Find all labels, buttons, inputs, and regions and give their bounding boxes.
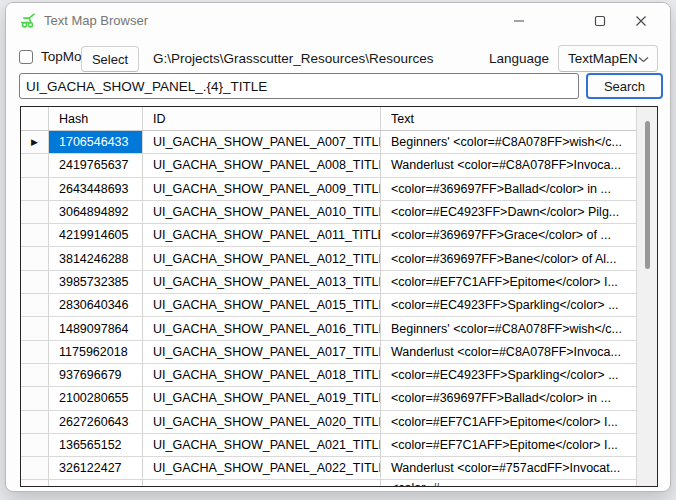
id-cell[interactable]: UI_GACHA_SHOW_PANEL_A019_TITLE [143,387,381,409]
text-cell[interactable]: Wanderlust <color=#C8A078FF>Invoca... [381,341,636,363]
minimize-button[interactable] [503,6,535,35]
header-row-selector[interactable] [21,107,49,130]
hash-cell[interactable]: 937696679 [49,364,143,386]
text-cell[interactable]: Beginners' <color=#C8A078FF>wish</c... [381,317,636,339]
id-cell[interactable]: UI_GACHA_SHOW_PANEL_A020_TITLE [143,411,381,433]
table-row[interactable]: 136565152 UI_GACHA_SHOW_PANEL_A021_TITLE… [21,434,636,457]
header-id[interactable]: ID [143,107,381,130]
row-selector-cell[interactable] [21,341,49,363]
text-cell[interactable]: <color=#369697FF>Bane</color> of Al... [381,247,636,269]
id-cell[interactable]: UI_GACHA_SHOW_PANEL_A012_TITLE [143,247,381,269]
id-cell[interactable]: UI_GACHA_SHOW_PANEL_A021_TITLE [143,434,381,456]
close-button[interactable] [625,6,657,35]
table-row[interactable]: 2419765637 UI_GACHA_SHOW_PANEL_A008_TITL… [21,154,636,177]
row-selector-cell[interactable] [21,201,49,223]
hash-cell[interactable]: 326122427 [49,457,143,479]
row-selector-cell[interactable] [21,364,49,386]
checkbox-box[interactable] [19,50,33,64]
id-cell[interactable]: UI_GACHA_SHOW_PANEL_A009_TITLE [143,178,381,200]
text-cell[interactable]: <color=#369697FF>Ballad</color> in ... [381,178,636,200]
row-selector-cell[interactable] [21,224,49,246]
id-cell[interactable]: UI_GACHA_SHOW_PANEL_A008_TITLE [143,154,381,176]
text-cell[interactable]: <color=#EC4923FF>Sparkling</color> ... [381,294,636,316]
hash-cell[interactable]: 136565152 [49,434,143,456]
table-row[interactable]: 2830640346 UI_GACHA_SHOW_PANEL_A015_TITL… [21,294,636,317]
id-cell[interactable]: UI_GACHA_SHOW_PANEL_A018_TITLE [143,364,381,386]
table-row[interactable]: 2643448693 UI_GACHA_SHOW_PANEL_A009_TITL… [21,178,636,201]
row-selector-cell[interactable] [21,154,49,176]
text-cell[interactable]: <color=#EF7C1AFF>Epitome</color> I... [381,271,636,293]
maximize-button[interactable] [584,6,616,35]
vertical-scrollbar-thumb[interactable] [645,121,650,269]
hash-cell-selected[interactable]: 1706546433 [49,131,143,153]
hash-cell[interactable] [49,480,143,486]
id-cell[interactable]: UI_GACHA_SHOW_PANEL_A011_TITLE [143,224,381,246]
row-selector-cell[interactable]: ▶ [21,131,49,153]
row-selector-cell[interactable] [21,434,49,456]
id-cell[interactable]: UI_GACHA_SHOW_PANEL_A022_TITLE [143,457,381,479]
hash-cell[interactable]: 3814246288 [49,247,143,269]
id-cell[interactable]: UI_GACHA_SHOW_PANEL_A016_TITLE [143,317,381,339]
hash-cell[interactable]: 2830640346 [49,294,143,316]
table-row[interactable]: 2627260643 UI_GACHA_SHOW_PANEL_A020_TITL… [21,411,636,434]
id-cell[interactable] [143,480,381,486]
id-cell[interactable]: UI_GACHA_SHOW_PANEL_A013_TITLE [143,271,381,293]
table-row[interactable]: ▶ 1706546433 UI_GACHA_SHOW_PANEL_A007_TI… [21,131,636,154]
table-row[interactable]: 3985732385 UI_GACHA_SHOW_PANEL_A013_TITL… [21,271,636,294]
table-row[interactable]: 4219914605 UI_GACHA_SHOW_PANEL_A011_TITL… [21,224,636,247]
language-combobox[interactable]: TextMapEN [558,45,658,72]
id-cell[interactable]: UI_GACHA_SHOW_PANEL_A015_TITLE [143,294,381,316]
chevron-down-icon [638,51,649,66]
hash-cell[interactable]: 3985732385 [49,271,143,293]
hash-cell[interactable]: 2627260643 [49,411,143,433]
id-cell[interactable]: UI_GACHA_SHOW_PANEL_A007_TITLE [143,131,381,153]
vertical-scrollbar[interactable] [636,107,657,486]
hash-cell[interactable]: 4219914605 [49,224,143,246]
row-selector-cell[interactable] [21,294,49,316]
table-row[interactable]: 1175962018 UI_GACHA_SHOW_PANEL_A017_TITL… [21,341,636,364]
table-row[interactable]: 326122427 UI_GACHA_SHOW_PANEL_A022_TITLE… [21,457,636,480]
text-cell[interactable]: Wanderlust <color=#757acdFF>Invocat... [381,457,636,479]
row-selector-cell[interactable] [21,247,49,269]
text-cell[interactable]: <color=#EF7C1AFF>Epitome</color> I... [381,411,636,433]
search-input[interactable] [19,73,579,99]
row-selector-cell[interactable] [21,271,49,293]
textmap-datagrid: Hash ID Text ▶ 1706546433 UI_GACHA_SHOW_… [20,106,658,487]
text-cell[interactable]: <color=# [381,480,636,486]
row-selector-cell[interactable] [21,387,49,409]
text-cell[interactable]: <color=#369697FF>Ballad</color> in ... [381,387,636,409]
header-text[interactable]: Text [381,107,636,130]
row-selector-cell[interactable] [21,411,49,433]
text-cell[interactable]: <color=#EF7C1AFF>Epitome</color> I... [381,434,636,456]
row-selector-cell[interactable] [21,457,49,479]
text-cell[interactable]: <color=#EC4923FF>Sparkling</color> ... [381,364,636,386]
desktop-background: Text Map Browser TopMost Select G:\Proje… [0,0,676,500]
text-cell[interactable]: Wanderlust <color=#C8A078FF>Invoca... [381,154,636,176]
table-row[interactable]: 2100280655 UI_GACHA_SHOW_PANEL_A019_TITL… [21,387,636,410]
row-selector-cell[interactable] [21,178,49,200]
grid-header-row: Hash ID Text [21,107,636,131]
row-selector-cell[interactable] [21,317,49,339]
row-selector-cell[interactable] [21,480,49,486]
table-row[interactable]: 3814246288 UI_GACHA_SHOW_PANEL_A012_TITL… [21,247,636,270]
hash-cell[interactable]: 3064894892 [49,201,143,223]
hash-cell[interactable]: 2100280655 [49,387,143,409]
hash-cell[interactable]: 1175962018 [49,341,143,363]
header-hash[interactable]: Hash [49,107,143,130]
table-row-clipped[interactable]: <color=# [21,480,636,486]
id-cell[interactable]: UI_GACHA_SHOW_PANEL_A010_TITLE [143,201,381,223]
text-cell[interactable]: <color=#EC4923FF>Dawn</color> Pilg... [381,201,636,223]
table-row[interactable]: 1489097864 UI_GACHA_SHOW_PANEL_A016_TITL… [21,317,636,340]
table-row[interactable]: 937696679 UI_GACHA_SHOW_PANEL_A018_TITLE… [21,364,636,387]
search-button[interactable]: Search [586,73,663,99]
hash-cell[interactable]: 2419765637 [49,154,143,176]
hash-cell[interactable]: 2643448693 [49,178,143,200]
language-combobox-value: TextMapEN [568,51,638,66]
titlebar[interactable]: Text Map Browser [6,3,670,39]
hash-cell[interactable]: 1489097864 [49,317,143,339]
table-row[interactable]: 3064894892 UI_GACHA_SHOW_PANEL_A010_TITL… [21,201,636,224]
select-button[interactable]: Select [81,46,139,72]
id-cell[interactable]: UI_GACHA_SHOW_PANEL_A017_TITLE [143,341,381,363]
text-cell[interactable]: Beginners' <color=#C8A078FF>wish</c... [381,131,636,153]
text-cell[interactable]: <color=#369697FF>Grace</color> of ... [381,224,636,246]
